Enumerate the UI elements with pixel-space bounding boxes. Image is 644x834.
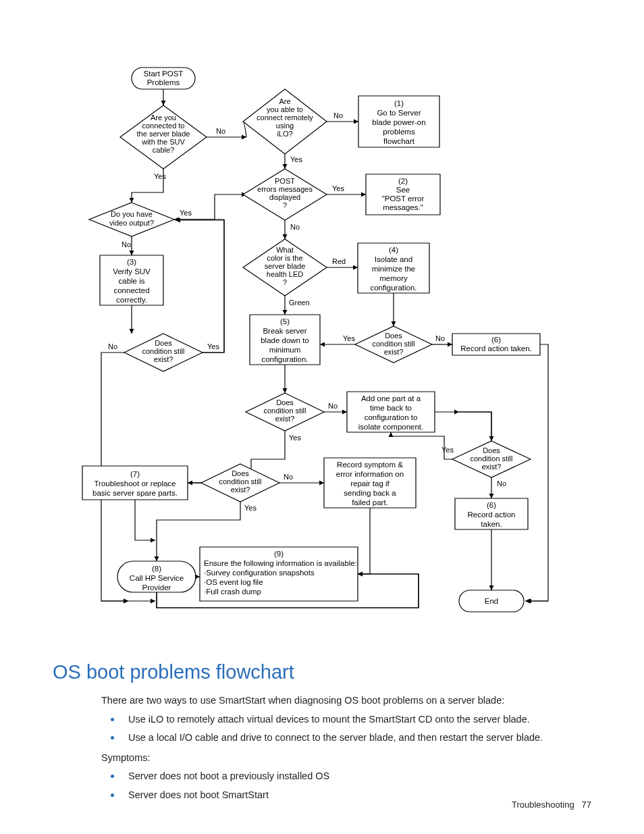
bullet-list-1: Use iLO to remotely attach virtual devic… — [101, 713, 614, 745]
node-r4: (4) Isolate and minimize the memory conf… — [358, 243, 429, 293]
svg-text:"POST error: "POST error — [382, 194, 425, 203]
svg-text:Go to Server: Go to Server — [377, 109, 421, 117]
bullet-list-2: Server does not boot a previously instal… — [101, 770, 614, 802]
svg-text:Yes: Yes — [441, 446, 454, 454]
list-item: Use iLO to remotely attach virtual devic… — [101, 713, 614, 727]
svg-text:Does: Does — [155, 339, 172, 347]
svg-text:color is the: color is the — [267, 254, 302, 262]
svg-text:exist?: exist? — [231, 486, 250, 494]
svg-text:Break server: Break server — [263, 327, 306, 335]
node-decision-cond-mem: Does condition still exist? — [355, 326, 432, 363]
svg-text:connected: connected — [113, 286, 149, 294]
svg-text:Yes: Yes — [332, 184, 344, 192]
svg-text:Yes: Yes — [207, 342, 219, 350]
node-r6b: (6) Record action taken. — [455, 498, 528, 529]
node-r2: (2) See "POST error messages." — [366, 174, 440, 215]
svg-text:(2): (2) — [398, 177, 408, 185]
node-r6a: (6) Record action taken. — [452, 334, 540, 355]
node-decision-cond-min: Does condition still exist? — [246, 393, 324, 431]
list-item: Use a local I/O cable and drive to conne… — [101, 731, 614, 745]
label-green: Green — [289, 298, 310, 307]
intro-paragraph: There are two ways to use SmartStart whe… — [101, 694, 614, 708]
svg-text:flowchart: flowchart — [383, 137, 415, 145]
svg-text:iLO?: iLO? — [277, 130, 292, 138]
svg-text:exist?: exist? — [482, 463, 502, 471]
svg-text:Troubleshoot or replace: Troubleshoot or replace — [94, 479, 176, 488]
svg-text:Does: Does — [232, 469, 249, 477]
node-decision-cond-left: Does condition still exist? — [124, 334, 203, 371]
svg-text:with the SUV: with the SUV — [141, 138, 185, 146]
symptoms-label: Symptoms: — [101, 752, 614, 765]
svg-text:Yes: Yes — [290, 155, 302, 163]
svg-text:configuration.: configuration. — [370, 284, 417, 292]
svg-text:No: No — [497, 479, 506, 488]
svg-text:video output?: video output? — [109, 219, 154, 227]
node-decision-post: POST errors messages displayed ? — [243, 169, 327, 220]
label-yes: Yes — [154, 172, 166, 180]
svg-text:minimize the: minimize the — [372, 265, 416, 273]
svg-text:(6): (6) — [487, 501, 496, 509]
svg-text:(5): (5) — [280, 317, 290, 325]
svg-text:time back to: time back to — [370, 404, 412, 412]
svg-text:displayed: displayed — [269, 193, 300, 201]
svg-text:Problems: Problems — [147, 78, 180, 86]
svg-text:cable?: cable? — [153, 146, 174, 154]
svg-text:Are you: Are you — [151, 113, 176, 122]
svg-text:Start POST: Start POST — [144, 70, 184, 78]
svg-text:(6): (6) — [491, 336, 501, 344]
svg-text:No: No — [108, 342, 117, 350]
node-r8: (8) Call HP Service Provider — [117, 561, 196, 592]
node-decision-ilo: Are you able to connect remotely using i… — [243, 89, 327, 154]
label-red: Red — [332, 257, 346, 265]
label-no: No — [216, 127, 225, 135]
svg-text:connect remotely: connect remotely — [257, 113, 313, 122]
svg-text:Ensure the following informati: Ensure the following information is avai… — [204, 559, 357, 567]
svg-text:configuration to: configuration to — [365, 413, 418, 421]
flowchart-figure: .box{fill:#fff;stroke:#000;stroke-width:… — [41, 61, 554, 631]
node-decision-video: Do you have video output? — [89, 203, 174, 236]
svg-text:blade down to: blade down to — [261, 336, 309, 344]
svg-text:errors messages: errors messages — [257, 185, 313, 193]
svg-text:See: See — [396, 186, 410, 194]
svg-text:Provider: Provider — [142, 583, 171, 592]
svg-text:Does: Does — [385, 332, 402, 340]
svg-text:Add one part at a: Add one part at a — [361, 394, 421, 402]
svg-text:Yes: Yes — [244, 504, 257, 512]
node-r3: (3) Verify SUV cable is connected correc… — [100, 255, 163, 305]
svg-text:correctly.: correctly. — [116, 296, 147, 304]
svg-text:Verify SUV: Verify SUV — [113, 267, 151, 276]
svg-text:messages.": messages." — [383, 203, 423, 211]
svg-text:Do you have: Do you have — [111, 210, 153, 218]
svg-text:server blade: server blade — [265, 262, 306, 270]
svg-text:the server blade: the server blade — [137, 130, 190, 138]
svg-text:basic server spare parts.: basic server spare parts. — [92, 489, 178, 497]
svg-text:No: No — [333, 111, 343, 120]
node-decision-led: What color is the server blade health LE… — [243, 239, 327, 296]
svg-text:blade power-on: blade power-on — [372, 118, 425, 126]
footer-page-number: 77 — [582, 800, 591, 810]
svg-text:health LED: health LED — [267, 270, 303, 278]
node-r9: (9) Ensure the following information is … — [200, 547, 358, 601]
svg-text:condition still: condition still — [264, 407, 306, 415]
svg-text:(3): (3) — [127, 258, 136, 266]
svg-text:Does: Does — [483, 446, 500, 454]
svg-text:condition still: condition still — [219, 477, 262, 486]
svg-text:error information on: error information on — [336, 470, 404, 478]
svg-text:No: No — [290, 223, 300, 231]
svg-text:No: No — [328, 402, 338, 410]
svg-text:?: ? — [283, 201, 287, 209]
svg-text:memory: memory — [379, 274, 408, 282]
svg-text:Isolate and: Isolate and — [375, 255, 412, 263]
body-text: There are two ways to use SmartStart whe… — [101, 694, 614, 807]
svg-text:isolate component.: isolate component. — [358, 423, 424, 431]
node-decision-suv: Are you connected to the server blade wi… — [120, 105, 207, 169]
node-r5: (5) Break server blade down to minimum c… — [250, 315, 320, 365]
svg-text:using: using — [276, 122, 294, 130]
svg-text:exist?: exist? — [275, 415, 295, 423]
svg-text:condition still: condition still — [142, 347, 185, 355]
svg-text:POST: POST — [275, 177, 295, 185]
node-decision-cond-iso: Does condition still exist? — [452, 441, 531, 477]
svg-text:(4): (4) — [389, 246, 398, 254]
svg-text:taken.: taken. — [481, 520, 502, 528]
node-r1: (1) Go to Server blade power-on problems… — [358, 96, 439, 147]
